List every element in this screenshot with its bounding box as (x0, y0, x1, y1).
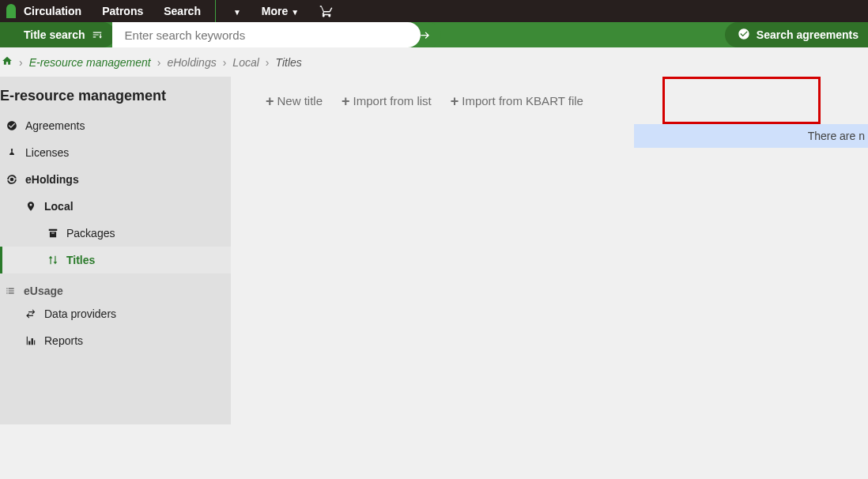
content-row: E-resource management Agreements License… (0, 77, 868, 424)
sidebar-item-label: Licenses (25, 146, 69, 159)
search-input-wrapper (112, 22, 421, 47)
sidebar-item-eholdings[interactable]: eHoldings (0, 166, 231, 193)
search-agreements-label: Search agreements (757, 28, 859, 41)
import-from-kbart-button[interactable]: + Import from KBART file (451, 94, 583, 107)
sidebar-item-label: Titles (66, 254, 95, 266)
top-nav-bar: Circulation Patrons Search ▼ More▼ (0, 0, 868, 22)
sidebar-item-label: Agreements (25, 119, 85, 132)
breadcrumb-separator: › (223, 56, 227, 69)
main-panel: + New title + Import from list + Import … (231, 77, 868, 424)
breadcrumb-erm[interactable]: E-resource management (29, 56, 151, 69)
notice-text: There are n (808, 130, 865, 142)
pin-icon (6, 147, 17, 158)
sidebar-item-agreements[interactable]: Agreements (0, 112, 231, 139)
search-agreements-button[interactable]: Search agreements (725, 22, 868, 47)
top-nav: Circulation Patrons Search (24, 5, 201, 17)
sidebar-item-data-providers[interactable]: Data providers (0, 300, 231, 327)
nav-dropdown-caret[interactable]: ▼ (230, 5, 241, 17)
sidebar-group-label: eUsage (24, 285, 63, 297)
info-notice: There are n (634, 124, 868, 148)
chart-icon (25, 335, 36, 346)
button-label: New title (277, 94, 323, 107)
nav-patrons[interactable]: Patrons (102, 5, 143, 17)
search-type-selector[interactable]: Title search (0, 22, 115, 47)
breadcrumb-titles: Titles (276, 56, 302, 69)
sort-icon (47, 255, 58, 266)
home-icon[interactable] (2, 55, 13, 69)
search-input[interactable] (125, 28, 409, 42)
sidebar-heading: E-resource management (0, 77, 231, 112)
sidebar-item-local[interactable]: Local (0, 193, 231, 220)
logo-icon[interactable] (6, 4, 16, 18)
breadcrumb-separator: › (266, 56, 270, 69)
sidebar-item-licenses[interactable]: Licenses (0, 139, 231, 166)
nav-more[interactable]: More▼ (262, 5, 299, 17)
nav-circulation[interactable]: Circulation (24, 5, 81, 17)
sidebar-item-titles[interactable]: Titles (0, 247, 231, 273)
check-circle-icon (738, 28, 750, 43)
sidebar-item-packages[interactable]: Packages (0, 220, 231, 247)
new-title-button[interactable]: + New title (266, 94, 323, 107)
breadcrumb-separator: › (157, 56, 161, 69)
sidebar-group-eusage: eUsage (0, 273, 231, 300)
sort-icon (92, 29, 103, 40)
cart-icon[interactable] (319, 4, 334, 18)
sidebar: E-resource management Agreements License… (0, 77, 231, 424)
target-icon (6, 174, 17, 185)
nav-divider (215, 0, 216, 22)
sidebar-item-label: eHoldings (25, 173, 79, 186)
breadcrumb-local[interactable]: Local (232, 56, 259, 69)
sidebar-item-label: Packages (66, 227, 115, 240)
import-from-list-button[interactable]: + Import from list (342, 94, 432, 107)
nav-search[interactable]: Search (164, 5, 201, 17)
archive-icon (47, 228, 58, 239)
sidebar-item-label: Local (44, 200, 74, 213)
toolbar: + New title + Import from list + Import … (231, 77, 868, 125)
breadcrumb: › E-resource management › eHoldings › Lo… (0, 47, 868, 77)
top-nav-right: ▼ More▼ (230, 4, 334, 18)
sidebar-item-label: Reports (44, 334, 83, 347)
location-icon (25, 201, 36, 212)
sidebar-item-reports[interactable]: Reports (0, 327, 231, 354)
button-label: Import from list (353, 94, 432, 107)
button-label: Import from KBART file (462, 94, 583, 107)
list-icon (5, 285, 16, 296)
search-type-label: Title search (24, 28, 85, 41)
breadcrumb-eholdings[interactable]: eHoldings (167, 56, 216, 69)
check-circle-icon (6, 120, 17, 131)
sidebar-item-label: Data providers (44, 307, 116, 320)
exchange-icon (25, 308, 36, 319)
breadcrumb-separator: › (19, 56, 23, 69)
search-bar: Title search Search agreements (0, 22, 868, 47)
